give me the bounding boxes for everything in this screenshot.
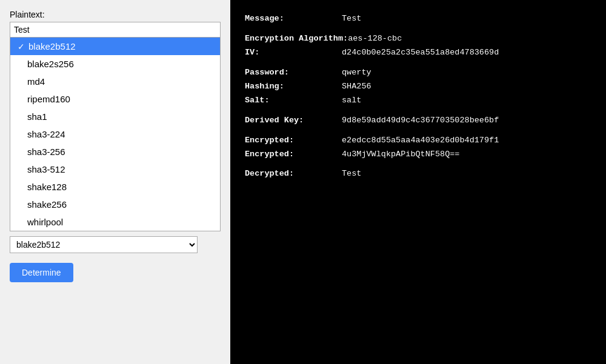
right-panel: Message:TestEncryption Algorithm:aes-128… (230, 0, 606, 364)
output-key: Salt: (245, 94, 342, 108)
output-line: Decrypted:Test (245, 167, 591, 181)
output-key: Encrypted: (245, 134, 342, 148)
dropdown-item-shake128[interactable]: shake128 (10, 178, 220, 196)
output-key: Derived Key: (245, 114, 342, 128)
output-spacer (245, 128, 591, 134)
dropdown-item-ripemd160[interactable]: ripemd160 (10, 90, 220, 108)
output-line: Hashing:SHA256 (245, 80, 591, 94)
dropdown-item-sha3-224[interactable]: sha3-224 (10, 125, 220, 143)
dropdown-item-blake2s256[interactable]: blake2s256 (10, 55, 220, 73)
dropdown-item-md4[interactable]: md4 (10, 73, 220, 90)
output-key: Decrypted: (245, 167, 342, 181)
algorithm-select[interactable]: blake2b512blake2s256md4ripemd160sha1sha3… (10, 236, 198, 253)
dropdown-item-whirlpool[interactable]: whirlpool (10, 213, 220, 231)
output-value: aes-128-cbc (348, 32, 402, 46)
output-key: Hashing: (245, 80, 342, 94)
dropdown-item-blake2b512[interactable]: ✓blake2b512 (10, 38, 220, 55)
left-panel: Plaintext: ✓blake2b512blake2s256md4ripem… (0, 0, 230, 364)
output-spacer (245, 60, 591, 66)
output-value: Test (342, 12, 361, 26)
output-value: 4u3MjVWlqkpAPibQtNF58Q== (342, 148, 459, 162)
output-key: Encrypted: (245, 148, 342, 162)
output-value: d24c0b0e25a2c35ea551a8ed4783669d (342, 46, 499, 60)
output-value: e2edcc8d55a5aa4a403e26d0b4d179f1 (342, 134, 499, 148)
output-line: Derived Key:9d8e59add49d9c4c3677035028be… (245, 114, 591, 128)
checkmark-icon: ✓ (18, 42, 25, 51)
output-line: Password:qwerty (245, 66, 591, 80)
output-key: Message: (245, 12, 342, 26)
output-line: Salt:salt (245, 94, 591, 108)
output-line: Encrypted:e2edcc8d55a5aa4a403e26d0b4d179… (245, 134, 591, 148)
output-key: Password: (245, 66, 342, 80)
dropdown-item-sha1[interactable]: sha1 (10, 108, 220, 125)
dropdown-item-sha3-512[interactable]: sha3-512 (10, 160, 220, 178)
output-line: IV:d24c0b0e25a2c35ea551a8ed4783669d (245, 46, 591, 60)
hash-dropdown[interactable]: ✓blake2b512blake2s256md4ripemd160sha1sha… (10, 38, 221, 231)
output-line: Encryption Algorithm:aes-128-cbc (245, 32, 591, 46)
dropdown-item-sha3-256[interactable]: sha3-256 (10, 143, 220, 160)
output-value: salt (342, 94, 361, 108)
output-value: SHA256 (342, 80, 371, 94)
output-spacer (245, 161, 591, 167)
dropdown-item-shake256[interactable]: shake256 (10, 196, 220, 213)
output-key: IV: (245, 46, 342, 60)
plaintext-input[interactable] (10, 22, 221, 38)
output-line: Message:Test (245, 12, 591, 26)
output-key: Encryption Algorithm: (245, 32, 348, 46)
output-line: Encrypted:4u3MjVWlqkpAPibQtNF58Q== (245, 148, 591, 162)
plaintext-label: Plaintext: (10, 10, 221, 19)
determine-button[interactable]: Determine (10, 263, 73, 282)
output-value: qwerty (342, 66, 371, 80)
output-value: 9d8e59add49d9c4c3677035028bee6bf (342, 114, 499, 128)
output-spacer (245, 108, 591, 114)
output-value: Test (342, 167, 361, 181)
output-spacer (245, 26, 591, 32)
